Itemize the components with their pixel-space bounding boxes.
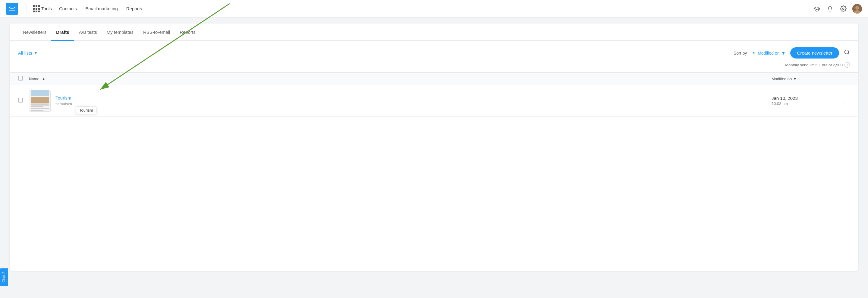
tab-my-templates[interactable]: My templates <box>102 24 138 41</box>
row-tooltip: Tourism <box>76 107 96 114</box>
toolbar-right: Sort by Modified on ▼ Create newsletter <box>734 47 850 59</box>
all-lists-dropdown[interactable]: All lists ▼ <box>18 50 38 56</box>
row-title-link[interactable]: Tourism <box>56 95 772 100</box>
nav-right-icons <box>812 4 862 13</box>
col-modified-header[interactable]: Modified on ▼ <box>772 77 838 81</box>
table-header: Name ▲ Modified on ▼ <box>10 72 858 85</box>
row-modified-time: 10:03 am <box>772 101 838 106</box>
top-navigation: Tools Contacts Email marketing Reports <box>0 0 868 18</box>
tab-newsletters[interactable]: Newsletters <box>18 24 51 41</box>
col-name-header[interactable]: Name ▲ <box>29 77 772 81</box>
create-newsletter-button[interactable]: Create newsletter <box>790 47 839 59</box>
row-select-checkbox[interactable] <box>18 98 23 102</box>
sort-by-dropdown[interactable]: Modified on ▼ <box>752 51 785 56</box>
main-wrapper: Newsletters Drafts A/B tests My template… <box>0 18 868 277</box>
bell-icon[interactable] <box>826 4 834 13</box>
tabs-bar: Newsletters Drafts A/B tests My template… <box>10 24 858 41</box>
row-thumbnail <box>29 90 51 112</box>
sort-icon <box>752 51 756 55</box>
user-avatar[interactable] <box>852 4 862 13</box>
row-checkbox-col <box>18 98 29 104</box>
send-limit-text: Monthly send limit: 1 out of 2,500 <box>785 63 843 67</box>
row-more-button[interactable]: ⋮ <box>838 97 850 105</box>
nav-email-marketing[interactable]: Email marketing <box>85 5 118 12</box>
header-check-col <box>18 76 29 82</box>
chevron-down-icon: ▼ <box>34 51 38 55</box>
content-card: Newsletters Drafts A/B tests My template… <box>10 24 858 271</box>
svg-point-1 <box>842 8 844 10</box>
tab-ab-tests[interactable]: A/B tests <box>74 24 102 41</box>
tools-label[interactable]: Tools <box>41 6 52 11</box>
main-menu: Contacts Email marketing Reports <box>59 5 812 12</box>
chevron-down-icon: ▼ <box>781 51 786 56</box>
nav-divider <box>27 4 27 13</box>
apps-grid-button[interactable] <box>32 4 41 13</box>
tab-reports[interactable]: Reports <box>175 24 200 41</box>
svg-point-5 <box>845 50 849 54</box>
tab-drafts[interactable]: Drafts <box>51 24 74 41</box>
svg-line-6 <box>848 53 849 55</box>
send-limit-row: Monthly send limit: 1 out of 2,500 i <box>10 62 858 72</box>
search-icon[interactable] <box>844 49 850 57</box>
chat-widget[interactable]: Chat 2 <box>0 268 8 286</box>
row-subtitle: samulska <box>56 102 772 106</box>
info-icon[interactable]: i <box>844 62 850 67</box>
row-modified-col: Jan 10, 2023 10:03 am <box>772 96 838 106</box>
svg-point-3 <box>855 6 859 10</box>
settings-icon[interactable] <box>839 4 847 13</box>
table-row: Tourism samulska Jan 10, 2023 10:03 am ⋮… <box>10 85 858 117</box>
tab-rss-to-email[interactable]: RSS-to-email <box>138 24 175 41</box>
row-modified-date: Jan 10, 2023 <box>772 96 838 101</box>
app-logo[interactable] <box>6 3 18 15</box>
select-all-checkbox[interactable] <box>18 76 23 81</box>
sort-by-label: Sort by <box>734 51 747 56</box>
nav-reports[interactable]: Reports <box>126 5 142 12</box>
nav-contacts[interactable]: Contacts <box>59 5 77 12</box>
toolbar: All lists ▼ Sort by Modified on ▼ Create… <box>10 41 858 62</box>
row-info: Tourism samulska <box>56 95 772 106</box>
graduation-cap-icon[interactable] <box>812 4 821 13</box>
